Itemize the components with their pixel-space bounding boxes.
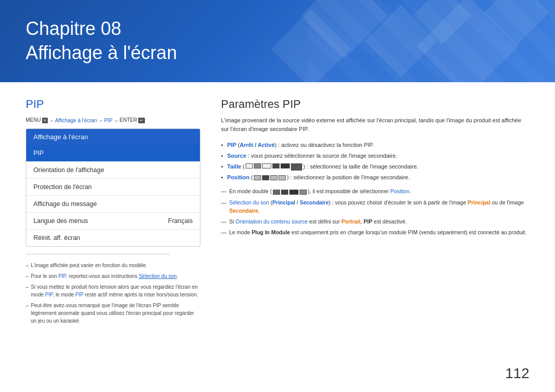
bullet-pip: PIP (Arrêt / Activé) : activez ou désact… bbox=[221, 141, 529, 150]
taille-icon-1 bbox=[246, 163, 253, 169]
bullet-list: PIP (Arrêt / Activé) : activez ou désact… bbox=[221, 141, 529, 182]
menu-item-protection[interactable]: Protection de l'écran bbox=[26, 179, 200, 196]
menu-path: MENU ≡ → Affichage à l'écran → PIP → ENT… bbox=[26, 117, 200, 123]
menu-item-reinit-label: Réinit. aff. écran bbox=[33, 234, 80, 241]
pos-icon-1 bbox=[254, 175, 261, 180]
divider bbox=[26, 254, 170, 254]
menu-item-langue-label: Langue des menus bbox=[33, 217, 88, 225]
pos-icon-3 bbox=[270, 175, 278, 180]
arrow-2: → bbox=[98, 118, 103, 123]
taille-icons bbox=[246, 163, 302, 171]
left-column: PIP MENU ≡ → Affichage à l'écran → PIP →… bbox=[26, 98, 200, 382]
bullet-taille: Taille ( ) : sélectionnez la taille de l… bbox=[221, 162, 529, 171]
taille-icon-5 bbox=[281, 163, 290, 169]
bullet-position: Position ( ) : sélectionnez la position … bbox=[221, 173, 529, 182]
double-icons bbox=[273, 190, 307, 195]
orientation-ref: Orientation du contenu source bbox=[235, 218, 308, 225]
arrow-1: → bbox=[49, 118, 54, 123]
double-icon-3 bbox=[289, 190, 299, 195]
note-selection-son: Sélection du son (Principal / Secondaire… bbox=[221, 198, 529, 215]
pos-icon-4 bbox=[279, 175, 286, 180]
menu-item-langue[interactable]: Langue des menus Français bbox=[26, 213, 200, 230]
position-icons bbox=[254, 175, 286, 180]
header-title: Chapitre 08 Affichage à l'écran bbox=[26, 17, 177, 65]
main-content: PIP MENU ≡ → Affichage à l'écran → PIP →… bbox=[0, 82, 555, 392]
selection-son-ref: Sélection du son bbox=[229, 199, 269, 206]
right-column: Paramètres PIP L'image provenant de la s… bbox=[221, 98, 529, 382]
menu-item-pip-label: PIP bbox=[33, 150, 44, 157]
right-intro: L'image provenant de la source vidéo ext… bbox=[221, 116, 529, 134]
path-pip: PIP bbox=[104, 118, 113, 123]
header-banner: Chapitre 08 Affichage à l'écran bbox=[0, 0, 555, 82]
taille-icon-2 bbox=[254, 163, 261, 169]
left-note-4: Peut-être avez-vous remarqué que l'image… bbox=[26, 302, 200, 325]
menu-box: Affichage à l'écran PIP Orientation de l… bbox=[26, 128, 200, 247]
taille-icon-4 bbox=[272, 163, 280, 169]
note-plug-in: Le mode Plug In Module est uniquement pr… bbox=[221, 228, 529, 236]
menu-item-protection-label: Protection de l'écran bbox=[33, 183, 92, 191]
enter-label: ENTER ↵ bbox=[120, 117, 145, 123]
subtitle-label: Affichage à l'écran bbox=[26, 42, 177, 63]
pos-icon-2 bbox=[262, 175, 269, 180]
menu-icon: MENU ≡ bbox=[26, 117, 48, 123]
chapter-label: Chapitre 08 bbox=[26, 18, 121, 39]
left-note-2: Pour le son PIP, reportez-vous aux instr… bbox=[26, 272, 200, 280]
menu-item-orientation[interactable]: Orientation de l'affichage bbox=[26, 162, 200, 179]
note-double-mode: En mode double ( ), il est impossible de… bbox=[221, 187, 529, 195]
menu-item-affichage-label: Affichage du message bbox=[33, 200, 97, 208]
params-title: Paramètres PIP bbox=[221, 98, 529, 111]
taille-icon-6 bbox=[291, 163, 302, 171]
double-icon-4 bbox=[300, 190, 307, 195]
path-affichage: Affichage à l'écran bbox=[55, 118, 97, 123]
left-notes: L'image affichée peut varier en fonction… bbox=[26, 262, 200, 325]
arrow-3: → bbox=[114, 118, 119, 123]
left-note-3: Si vous mettez le produit hors tension a… bbox=[26, 283, 200, 298]
pip-section-title: PIP bbox=[26, 98, 200, 111]
menu-item-langue-value: Français bbox=[168, 217, 193, 225]
menu-item-pip[interactable]: PIP bbox=[26, 145, 200, 162]
double-icon-2 bbox=[281, 190, 288, 195]
left-note-1: L'image affichée peut varier en fonction… bbox=[26, 262, 200, 269]
menu-item-affichage[interactable]: Affichage du message bbox=[26, 196, 200, 213]
page-number: 112 bbox=[505, 365, 529, 382]
position-ref: Position bbox=[390, 188, 409, 194]
menu-box-header: Affichage à l'écran bbox=[26, 129, 200, 145]
menu-item-reinit[interactable]: Réinit. aff. écran bbox=[26, 230, 200, 246]
double-icon-1 bbox=[273, 190, 280, 195]
menu-item-orientation-label: Orientation de l'affichage bbox=[33, 166, 104, 174]
bullet-source: Source : vous pouvez sélectionner la sou… bbox=[221, 152, 529, 160]
taille-icon-3 bbox=[262, 163, 271, 169]
note-orientation: Si Orientation du contenu source est déf… bbox=[221, 217, 529, 226]
